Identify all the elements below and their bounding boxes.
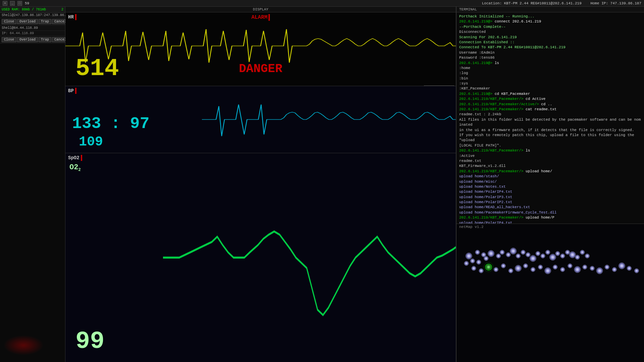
netmap-node[interactable] xyxy=(605,265,609,269)
netmap-node[interactable] xyxy=(496,254,500,258)
red-glow-effect xyxy=(3,335,44,355)
spo2-labels: SpO2 xyxy=(68,155,82,161)
shell2-overload-btn[interactable]: Overload xyxy=(17,37,38,42)
netmap-node[interactable] xyxy=(565,250,570,254)
hr-value: 514 xyxy=(75,55,119,82)
terminal-line: Scanning For 202.6.141.219 xyxy=(459,35,641,40)
netmap-node[interactable] xyxy=(508,268,513,273)
netmap-node[interactable] xyxy=(583,265,587,269)
netmap-node[interactable] xyxy=(568,263,572,268)
netmap-node[interactable] xyxy=(484,256,488,260)
netmap-node[interactable] xyxy=(477,260,481,264)
terminal-line: Connection Established :: xyxy=(459,40,641,45)
terminal-line: 202.6.141.219@> ls xyxy=(459,61,641,66)
terminal-line: upload home/PacemakerFirmware_Cycle_Test… xyxy=(459,210,641,215)
terminal-line: If you wish to remotely patch this chip,… xyxy=(459,133,641,138)
netmap-node[interactable] xyxy=(516,254,520,258)
top-bar: ✕ _ □ 59 Location: KBT-PM 2.44 REG#10811… xyxy=(0,0,644,7)
netmap-node[interactable] xyxy=(545,267,551,274)
netmap-node[interactable] xyxy=(466,253,472,259)
netmap-node[interactable] xyxy=(530,255,536,261)
ram-num: 2 xyxy=(61,8,63,11)
terminal-output[interactable]: Porthack Initialized -- Running...202.6.… xyxy=(457,12,644,224)
shell1-trap-btn[interactable]: Trap xyxy=(39,19,51,24)
netmap-node[interactable] xyxy=(479,268,483,273)
terminal-line: All files in this folder will be detecte… xyxy=(459,117,641,128)
netmap-svg xyxy=(457,224,644,362)
netmap-node[interactable] xyxy=(536,251,540,256)
terminal-panel: TERMINAL Porthack Initialized -- Running… xyxy=(456,7,644,362)
netmap-node[interactable] xyxy=(475,250,480,254)
netmap-node[interactable] xyxy=(580,250,584,254)
netmap-node[interactable] xyxy=(485,264,492,270)
netmap-label: netMap v1.2 xyxy=(459,225,484,229)
terminal-line: 202.6.141.219/KBT_Pacemaker/> cd Active xyxy=(459,97,641,102)
netmap-node[interactable] xyxy=(560,254,565,258)
terminal-line: readme.txt : 2.24kb xyxy=(459,112,641,117)
home-ip-display: Home IP: 747.139.86.187 xyxy=(590,1,641,5)
netmap-node[interactable] xyxy=(538,265,542,269)
netmap-node[interactable] xyxy=(470,259,475,263)
bp-label: BP xyxy=(68,88,74,94)
netmap-node[interactable] xyxy=(555,251,560,256)
ram-text: USED RAM: 80mb / 761mb xyxy=(2,8,46,11)
netmap-node[interactable] xyxy=(510,248,517,254)
netmap-node[interactable] xyxy=(627,266,631,270)
netmap-node[interactable] xyxy=(585,254,589,258)
alarm-label: ALARM xyxy=(251,14,270,21)
netmap-node[interactable] xyxy=(523,263,528,268)
shell1-info: Shell@247.139.86.187:247.139.86.187 xyxy=(0,13,65,18)
shell2-close-btn[interactable]: Close xyxy=(2,37,16,42)
netmap-node[interactable] xyxy=(549,254,556,260)
netmap-node[interactable] xyxy=(515,265,521,272)
netmap-node[interactable] xyxy=(553,265,557,269)
shell1-text: Shell@247.139.86.187:247.139.86.187 xyxy=(2,13,72,17)
netmap-node[interactable] xyxy=(526,252,530,257)
terminal-line: upload home/PolarIP4.txt xyxy=(459,221,641,224)
terminal-line: 202.6.141.219/KBT_Pacemaker/Active/> cd … xyxy=(459,102,641,107)
netmap-node[interactable] xyxy=(634,268,639,273)
netmap-node[interactable] xyxy=(472,266,476,270)
maximize-window-btn[interactable]: □ xyxy=(17,1,22,6)
hr-label: HR xyxy=(68,14,74,20)
terminal-line: Password :tens86 xyxy=(459,55,641,60)
shell1-close-btn[interactable]: Close xyxy=(2,19,16,24)
minimize-window-btn[interactable]: _ xyxy=(10,1,15,6)
terminal-line: upload home/stash/ xyxy=(459,174,641,179)
terminal-line: 202.6.141.219@> cd KBT_Pacemaker xyxy=(459,92,641,97)
netmap-node[interactable] xyxy=(574,266,581,273)
top-bar-left: ✕ _ □ 59 xyxy=(3,1,29,6)
netmap-node[interactable] xyxy=(506,252,511,257)
netmap-node[interactable] xyxy=(501,263,505,268)
main-layout: USED RAM: 80mb / 761mb 2 Shell@247.139.8… xyxy=(0,7,644,362)
spo2-red-bar xyxy=(81,155,82,161)
netmap-node[interactable] xyxy=(619,263,625,269)
netmap-node[interactable] xyxy=(590,266,594,270)
netmap-node[interactable] xyxy=(541,254,545,258)
netmap-node[interactable] xyxy=(494,267,498,272)
close-window-btn[interactable]: ✕ xyxy=(3,1,7,6)
shell2-trap-btn[interactable]: Trap xyxy=(39,37,51,42)
netmap-node[interactable] xyxy=(500,250,504,254)
netmap-node[interactable] xyxy=(546,250,550,254)
terminal-line: upload home/Notes.txt xyxy=(459,184,641,189)
terminal-line: 202.6.141.219/KBT_Pacemaker/> ls xyxy=(459,148,641,153)
shell1-overload-btn[interactable]: Overload xyxy=(17,19,38,24)
terminal-line: --Porthack Complete-- xyxy=(459,24,641,29)
shell2-ip: IP: 64.44.116.89 xyxy=(0,31,65,36)
netmap-node[interactable] xyxy=(560,267,565,272)
netmap-node[interactable] xyxy=(521,250,525,254)
alarm-bar xyxy=(269,14,270,21)
netmap-node[interactable] xyxy=(488,250,494,257)
netmap-node[interactable] xyxy=(569,251,576,258)
netmap-node[interactable] xyxy=(464,261,469,265)
bp-labels: BP xyxy=(68,88,76,94)
netmap-node[interactable] xyxy=(575,255,580,259)
netmap-node[interactable] xyxy=(531,267,535,272)
terminal-line: [LOCAL FILE PATH]". xyxy=(459,143,641,148)
netmap-node[interactable] xyxy=(612,267,616,272)
bp-value: 133 : 97 xyxy=(72,115,149,133)
netmap-node[interactable] xyxy=(596,267,603,274)
terminal-line: upload home/PolarIP4.txt xyxy=(459,189,641,194)
terminal-line: 202.6.141.219/KBT_Pacemaker/> upload hom… xyxy=(459,169,641,174)
